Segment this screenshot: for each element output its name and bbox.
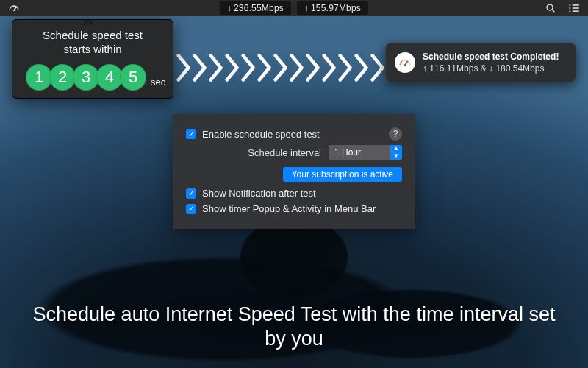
countdown-digit: 4 [96, 64, 123, 91]
chevron-right-icon [338, 53, 354, 82]
chevron-right-icon [306, 53, 322, 82]
help-icon[interactable]: ? [389, 127, 402, 141]
enable-schedule-checkbox[interactable] [186, 129, 196, 139]
completion-notification[interactable]: Schedule speed test Completed! ↑ 116.11M… [385, 43, 576, 82]
svg-point-6 [569, 10, 570, 12]
chevron-stream [176, 53, 387, 82]
popover-title-line1: Schedule speed test [26, 29, 159, 43]
chevron-right-icon [370, 53, 387, 82]
notification-subtitle: ↑ 116.11Mbps & ↓ 180.54Mbps [423, 63, 559, 74]
countdown-digit: 5 [120, 64, 146, 91]
svg-point-4 [569, 4, 570, 6]
svg-point-5 [569, 7, 570, 9]
interval-select[interactable]: 1 Hour ▲ ▼ [329, 145, 402, 160]
svg-point-1 [13, 10, 15, 11]
countdown-digit: 3 [73, 64, 99, 91]
chevron-right-icon [209, 53, 225, 82]
download-arrow-icon: ↓ [227, 3, 232, 13]
subscription-badge: Your subscription is active [283, 167, 402, 182]
popover-title-line2: starts within [26, 43, 159, 57]
menu-bar: ↓ 236.55Mbps ↑ 155.97Mbps [0, 0, 588, 16]
gauge-icon [395, 52, 415, 73]
download-speed-pill: ↓ 236.55Mbps [220, 1, 291, 15]
settings-panel: Enable schedule speed test ? Schedule in… [173, 114, 415, 229]
enable-schedule-label: Enable schedule speed test [202, 129, 320, 140]
upload-speed-pill: ↑ 155.97Mbps [297, 1, 368, 15]
select-arrows-icon: ▲ ▼ [390, 145, 402, 160]
countdown-digits: 1 2 3 4 5 [26, 64, 146, 91]
app-gauge-icon[interactable] [7, 1, 21, 15]
chevron-right-icon [354, 53, 370, 82]
countdown-digit: 1 [26, 64, 52, 91]
chevron-right-icon [273, 53, 290, 82]
chevron-right-icon [322, 53, 338, 82]
search-icon[interactable] [544, 1, 557, 15]
notification-title: Schedule speed test Completed! [423, 51, 559, 63]
marketing-caption: Schedule auto Internet Speed Test with t… [0, 302, 588, 353]
seconds-label: sec [151, 77, 165, 91]
svg-point-2 [547, 4, 553, 10]
download-speed-value: 236.55Mbps [234, 3, 284, 13]
upload-speed-value: 155.97Mbps [311, 3, 361, 13]
chevron-right-icon [257, 53, 273, 82]
upload-arrow-icon: ↑ [304, 3, 309, 13]
chevron-right-icon [193, 53, 209, 82]
interval-value: 1 Hour [334, 147, 361, 158]
show-notification-label: Show Notification after test [202, 188, 316, 199]
show-notification-checkbox[interactable] [186, 188, 196, 199]
chevron-right-icon [290, 53, 306, 82]
svg-line-3 [552, 10, 554, 12]
chevron-right-icon [241, 53, 257, 82]
interval-label: Schedule interval [248, 147, 321, 158]
countdown-popover: Schedule speed test starts within 1 2 3 … [12, 19, 173, 99]
show-timer-checkbox[interactable] [186, 204, 196, 214]
show-timer-label: Show timer Popup & Activity in Menu Bar [202, 203, 376, 214]
svg-point-11 [404, 64, 406, 66]
countdown-digit: 2 [49, 64, 76, 91]
chevron-right-icon [225, 53, 241, 82]
chevron-right-icon [176, 53, 193, 82]
list-menu-icon[interactable] [567, 1, 581, 15]
